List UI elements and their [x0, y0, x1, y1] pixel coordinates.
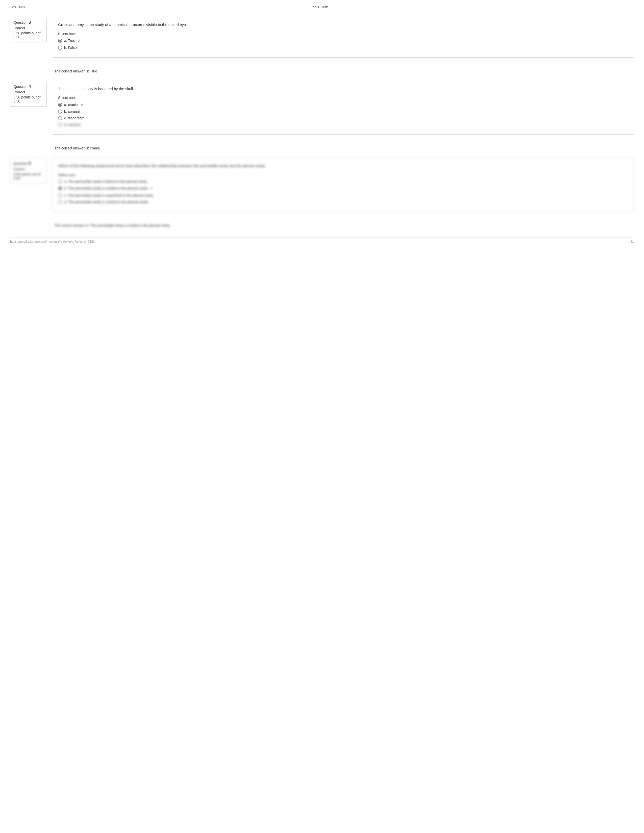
radio-q5-2	[58, 193, 62, 198]
page-title: Lab 1 Quiz	[25, 5, 614, 9]
question-label-q5: Question 5	[13, 161, 43, 166]
correct-answer-row-q3: The correct answer is: True	[10, 65, 634, 73]
question-status-q4: Correct	[13, 90, 43, 94]
footer-page: 21	[631, 240, 634, 243]
radio-q3-0	[58, 39, 62, 43]
question-points-q4: 3.50 points out of3.50	[13, 95, 43, 103]
option-text-q4-2: c. diaphragm	[64, 116, 85, 120]
select-one-label-q3: Select one:	[58, 32, 628, 36]
correct-answer-q3: The correct answer is: True	[52, 69, 97, 73]
correct-answer-q5: The correct answer is: The pericardial c…	[52, 224, 170, 227]
page-header: 12/4/2020 Lab 1 Quiz	[10, 5, 634, 9]
radio-q3-1	[58, 46, 62, 50]
answer-option-q5-0: a. The pericardial cavity is lateral to …	[58, 180, 628, 183]
question-block-q5: Question 5 Correct 3.50 points out of3.5…	[10, 158, 634, 212]
question-sidebar-q5: Question 5 Correct 3.50 points out of3.5…	[10, 158, 47, 183]
correct-answer-row-q4: The correct answer is: cranial	[10, 142, 634, 150]
question-number-q4: 4	[29, 84, 31, 89]
question-label-q3: Question 3	[13, 20, 43, 25]
question-block-q4: Question 4 Correct 3.50 points out of3.5…	[10, 81, 634, 135]
question-status-q3: Correct	[13, 26, 43, 30]
answer-option-q3-0: a. True ✓	[58, 39, 628, 43]
answer-option-q3-1: b. False	[58, 46, 628, 50]
question-text-q4: The ________ cavity is bounded by the sk…	[58, 86, 628, 92]
footer-bar: https://moodle.lasierra.edu/mod/quiz/rev…	[10, 238, 634, 243]
footer-links: https://moodle.lasierra.edu/mod/quiz/rev…	[10, 240, 95, 243]
option-text-q5-3: d. The pericardial cavity is central to …	[64, 200, 148, 204]
radio-q4-1	[58, 109, 62, 114]
question-sidebar-q3: Question 3 Correct 3.50 points out of3.5…	[10, 17, 47, 42]
question-number-q3: 3	[29, 20, 31, 25]
select-one-label-q5: Select one:	[58, 173, 628, 177]
question-text-q5: Which of the following anatomical terms …	[58, 163, 628, 169]
question-sidebar-q4: Question 4 Correct 3.50 points out of3.5…	[10, 81, 47, 106]
question-number-q5: 5	[29, 161, 31, 166]
question-text-q3: Gross anatomy is the study of anatomical…	[58, 22, 628, 28]
option-text-q4-3: d. xxxxxxx	[64, 123, 80, 127]
check-icon: ✓	[77, 39, 80, 43]
correct-answer-q4: The correct answer is: cranial	[52, 146, 100, 150]
answer-option-q5-1: b. The pericardial cavity is medial to t…	[58, 186, 628, 191]
question-points-q5: 3.50 points out of3.50	[13, 172, 43, 180]
question-main-q3: Gross anatomy is the study of anatomical…	[52, 17, 634, 58]
question-label-q4: Question 4	[13, 84, 43, 89]
answer-option-q4-1: b. coronal	[58, 109, 628, 114]
radio-q4-3	[58, 123, 62, 127]
radio-q5-0	[58, 180, 62, 183]
option-text-q5-1: b. The pericardial cavity is medial to t…	[64, 186, 148, 190]
answer-option-q5-3: d. The pericardial cavity is central to …	[58, 200, 628, 204]
answer-option-q4-2: c. diaphragm	[58, 116, 628, 120]
option-text-q3-1: b. False	[64, 46, 77, 50]
question-status-q5: Correct	[13, 167, 43, 171]
question-main-q4: The ________ cavity is bounded by the sk…	[52, 81, 634, 135]
radio-q4-0	[58, 103, 62, 107]
answer-option-q5-2: c. The pericardial cavity is superficial…	[58, 193, 628, 198]
select-one-label-q4: Select one:	[58, 96, 628, 100]
option-text-q5-0: a. The pericardial cavity is lateral to …	[64, 180, 147, 183]
correct-answer-row-q5: The correct answer is: The pericardial c…	[10, 219, 634, 227]
radio-q5-3	[58, 200, 62, 204]
answer-option-q4-0: a. cranial ✓	[58, 102, 628, 107]
page-date: 12/4/2020	[10, 5, 25, 9]
option-text-q3-0: a. True	[64, 39, 75, 43]
radio-q5-1	[58, 186, 62, 190]
check-icon: ✓	[150, 186, 153, 191]
radio-q4-2	[58, 116, 62, 120]
question-block-q3: Question 3 Correct 3.50 points out of3.5…	[10, 17, 634, 58]
question-main-q5: Which of the following anatomical terms …	[52, 158, 634, 212]
option-text-q4-1: b. coronal	[64, 109, 80, 114]
option-text-q5-2: c. The pericardial cavity is superficial…	[64, 193, 153, 198]
questions-container: Question 3 Correct 3.50 points out of3.5…	[10, 17, 634, 227]
check-icon: ✓	[80, 102, 84, 107]
answer-option-q4-3: d. xxxxxxx	[58, 123, 628, 127]
option-text-q4-0: a. cranial	[64, 103, 79, 107]
question-points-q3: 3.50 points out of3.50	[13, 31, 43, 39]
